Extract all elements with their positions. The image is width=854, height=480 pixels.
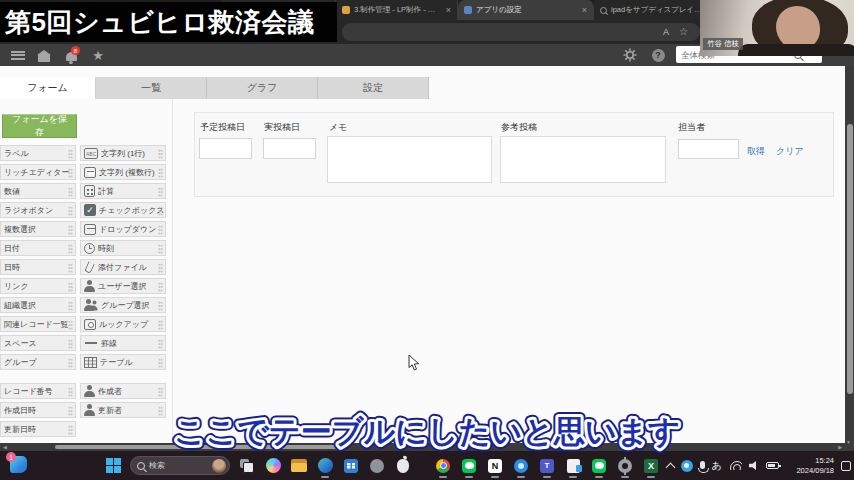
- home-button[interactable]: [34, 44, 54, 66]
- tab-graph[interactable]: グラフ: [207, 77, 318, 99]
- palette-item-radio[interactable]: ラジオボタン: [0, 202, 76, 218]
- palette-item-text: ラジオボタン: [4, 205, 53, 216]
- palette-item-space[interactable]: スペース: [0, 335, 76, 351]
- copilot-button[interactable]: [264, 453, 282, 479]
- palette-item-dropdown[interactable]: ドロップダウン: [80, 221, 166, 237]
- palette-item-label-field[interactable]: ラベル: [0, 145, 76, 161]
- palette-item-number[interactable]: 数値: [0, 183, 76, 199]
- palette-item-related-records[interactable]: 関連レコード一覧: [0, 316, 76, 332]
- tray-overflow-chevron-icon[interactable]: [665, 462, 675, 472]
- palette-item-multi-select[interactable]: 複数選択: [0, 221, 76, 237]
- scheduled-date-input[interactable]: [199, 138, 252, 159]
- field-label-actual-date: 実投稿日: [264, 121, 300, 134]
- line2-button[interactable]: [590, 453, 608, 479]
- tab-form[interactable]: フォーム: [0, 77, 96, 99]
- palette-item-single-line-text[interactable]: 文字列 (1行): [80, 145, 166, 161]
- palette-item-rich-editor[interactable]: リッチエディター: [0, 164, 76, 180]
- scroll-right-icon[interactable]: ▶: [838, 443, 842, 451]
- palette-item-datetime[interactable]: 日時: [0, 259, 76, 275]
- palette-item-group[interactable]: グループ: [0, 354, 76, 370]
- palette-item-border[interactable]: 罫線: [80, 335, 166, 351]
- teams-button[interactable]: T: [538, 453, 556, 479]
- tab-label: 設定: [363, 81, 383, 95]
- palette-item-text: ドロップダウン: [99, 224, 156, 235]
- file-explorer-button[interactable]: [290, 453, 308, 479]
- url-field[interactable]: A ☆: [342, 23, 700, 41]
- palette-item-checkbox[interactable]: ✓チェックボックス: [80, 202, 166, 218]
- palette-item-multi-line-text[interactable]: 文字列 (複数行): [80, 164, 166, 180]
- browser-tab-ipad[interactable]: ipadをサブディスプレイとして使う wi: [594, 0, 712, 20]
- store-button[interactable]: [342, 453, 360, 479]
- palette-item-group-select[interactable]: グループ選択: [80, 297, 166, 313]
- palette-item-calc[interactable]: 計算: [80, 183, 166, 199]
- table-icon: [84, 357, 97, 368]
- clipboard-icon: [567, 459, 580, 473]
- reference-textarea[interactable]: [500, 136, 666, 183]
- scroll-down-icon[interactable]: ▼: [846, 439, 851, 445]
- clear-link[interactable]: クリア: [776, 145, 804, 158]
- chrome-button[interactable]: [434, 453, 452, 479]
- pinned-app-icon[interactable]: 1: [10, 456, 27, 473]
- actual-date-input[interactable]: [263, 138, 316, 159]
- vertical-scroll-thumb[interactable]: [847, 124, 853, 394]
- settings-app-button[interactable]: [616, 453, 634, 479]
- favorite-star-icon[interactable]: ☆: [679, 27, 688, 37]
- tab-title: アプリの設定: [476, 5, 522, 15]
- browser-tab-app-settings[interactable]: アプリの設定 ×: [458, 0, 594, 20]
- apple-app-button[interactable]: [394, 453, 412, 479]
- memo-textarea[interactable]: [327, 136, 492, 183]
- palette-item-created-by[interactable]: 作成者: [80, 383, 166, 399]
- start-button[interactable]: [104, 453, 122, 479]
- windows-taskbar: 1 検索 N T X: [0, 451, 854, 480]
- favorites-button[interactable]: ★: [88, 44, 108, 66]
- tab-list[interactable]: 一覧: [96, 77, 207, 99]
- palette-item-user-select[interactable]: ユーザー選択: [80, 278, 166, 294]
- palette-item-text: 文字列 (複数行): [99, 167, 155, 178]
- tab-settings[interactable]: 設定: [318, 77, 429, 99]
- horizontal-rule-icon: [85, 342, 97, 344]
- utility-app-button[interactable]: [368, 453, 386, 479]
- battery-icon[interactable]: [766, 462, 779, 469]
- notion-button[interactable]: N: [486, 453, 504, 479]
- ime-indicator[interactable]: あ: [712, 461, 722, 471]
- close-icon[interactable]: ×: [442, 5, 451, 15]
- clipboard-app-button[interactable]: [564, 453, 582, 479]
- browser-tab-seisaku[interactable]: 3.制作管理 - LP制作 - レコードの詳 ×: [336, 0, 458, 20]
- notion-icon: N: [488, 459, 502, 473]
- save-form-button[interactable]: フォームを保存: [2, 114, 77, 138]
- taskbar-search[interactable]: 検索: [130, 456, 230, 475]
- task-view-button[interactable]: [238, 453, 256, 479]
- palette-item-text: テーブル: [100, 357, 133, 368]
- menu-button[interactable]: [8, 44, 28, 66]
- edge-button[interactable]: [316, 453, 334, 479]
- palette-item-time[interactable]: 時刻: [80, 240, 166, 256]
- palette-item-org-select[interactable]: 組織選択: [0, 297, 76, 313]
- wifi-icon[interactable]: [729, 461, 742, 470]
- microphone-icon[interactable]: [700, 461, 705, 469]
- get-link[interactable]: 取得: [747, 145, 765, 158]
- vertical-scrollbar[interactable]: ▼: [845, 66, 854, 451]
- palette-item-table[interactable]: テーブル: [80, 354, 166, 370]
- notification-center-icon[interactable]: [841, 461, 851, 471]
- scroll-left-icon[interactable]: ◀: [3, 443, 7, 451]
- read-aloud-icon[interactable]: A: [663, 27, 669, 37]
- palette-item-lookup[interactable]: ルックアップ: [80, 316, 166, 332]
- speaker-icon[interactable]: [749, 461, 759, 470]
- settings-button[interactable]: [620, 44, 640, 66]
- blue-app-button[interactable]: [512, 453, 530, 479]
- generic-app-icon: [370, 459, 384, 473]
- taskbar-clock[interactable]: 15:24 2024/09/18: [786, 456, 834, 475]
- assignee-input[interactable]: [678, 139, 739, 159]
- close-icon[interactable]: ×: [578, 5, 587, 15]
- palette-item-attachment[interactable]: 添付ファイル: [80, 259, 166, 275]
- palette-item-record-number[interactable]: レコード番号: [0, 383, 76, 399]
- field-label-memo: メモ: [329, 121, 347, 134]
- search-icon: [137, 462, 145, 470]
- palette-item-text: スペース: [4, 338, 37, 349]
- help-button[interactable]: ?: [648, 44, 668, 66]
- palette-item-link[interactable]: リンク: [0, 278, 76, 294]
- line-button[interactable]: [460, 453, 478, 479]
- excel-button[interactable]: X: [642, 453, 660, 479]
- palette-item-date[interactable]: 日付: [0, 240, 76, 256]
- tray-audio-app-icon[interactable]: [681, 460, 693, 472]
